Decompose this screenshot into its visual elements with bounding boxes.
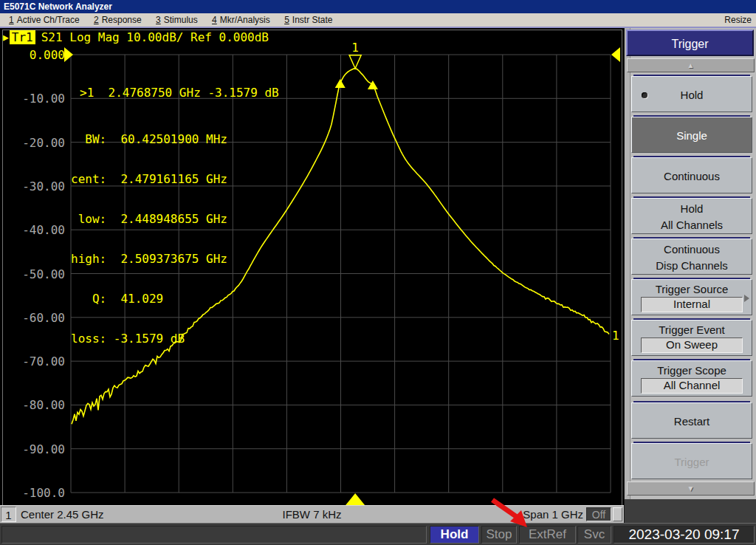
instrument-status-bar: Hold Stop ExtRef Svc 2023-03-20 09:17 <box>0 523 756 545</box>
marker-readout: >1 2.4768750 GHz -3.1579 dB BW: 60.42501… <box>71 60 279 372</box>
y-axis-label: -30.00 <box>0 179 65 193</box>
softkey-panel: Trigger ▲ Hold Single Continuous Hold Al… <box>625 28 756 499</box>
message-area <box>1 526 427 544</box>
softkey-sidebar: Trigger ▲ Hold Single Continuous Hold Al… <box>624 28 756 523</box>
menu-item-active-ch-trace[interactable]: 1Active Ch/Trace <box>6 13 83 27</box>
menu-item-response[interactable]: 2Response <box>91 13 145 27</box>
center-frequency-readout: Center 2.45 GHz <box>21 506 104 523</box>
off-indicator: Off <box>586 507 611 521</box>
active-trace-pointer-icon: ▶ <box>3 32 9 43</box>
continuous-disp-channels-button[interactable]: Continuous Disp Channels <box>631 239 752 275</box>
scroll-up-button[interactable]: ▲ <box>627 58 755 72</box>
title-bar: E5071C Network Analyzer <box>0 0 756 13</box>
sweep-state-indicator: Hold <box>430 526 479 544</box>
span-readout: Span 1 GHz <box>520 506 583 523</box>
y-axis-label: -60.00 <box>0 311 65 324</box>
bw-row: low: 2.448948655 GHz <box>71 213 279 226</box>
bw-row: loss: -3.1579 dB <box>71 332 279 346</box>
blank-button <box>613 507 622 521</box>
submenu-arrow-icon <box>744 295 749 302</box>
stop-indicator: Stop <box>481 526 517 544</box>
trigger-source-button[interactable]: Trigger Source Internal <box>631 279 752 315</box>
window-title: E5071C Network Analyzer <box>4 1 112 12</box>
menu-bar: 1Active Ch/Trace 2Response 3Stimulus 4Mk… <box>0 13 756 28</box>
trigger-event-value: On Sweep <box>641 337 743 353</box>
y-axis-label: 0.000 <box>0 48 65 61</box>
y-axis-label: -90.00 <box>0 442 65 456</box>
restart-button[interactable]: Restart <box>631 402 752 439</box>
trigger-source-value: Internal <box>641 297 743 312</box>
menu-item-mkr-analysis[interactable]: 4Mkr/Analysis <box>209 13 273 27</box>
bw-row: Q: 41.029 <box>71 292 279 306</box>
softkey-menu-title: Trigger <box>626 30 754 56</box>
selected-radio-icon <box>642 92 647 98</box>
svc-indicator: Svc <box>577 526 611 544</box>
bw-row: cent: 2.479161165 GHz <box>71 173 279 186</box>
marker1-readout: >1 2.4768750 GHz -3.1579 dB <box>80 86 279 100</box>
trigger-scope-value: All Channel <box>641 378 743 394</box>
trigger-button-disabled: Trigger <box>631 443 752 479</box>
y-axis-label: -80.00 <box>0 398 65 411</box>
hold-button[interactable]: Hold <box>631 76 752 112</box>
scroll-down-button[interactable]: ▼ <box>627 481 755 496</box>
trigger-scope-button[interactable]: Trigger Scope All Channel <box>631 360 752 397</box>
trace-header: ▶ Tr1 S21 Log Mag 10.00dB/ Ref 0.000dB <box>3 30 269 44</box>
bw-row: high: 2.509373675 GHz <box>71 253 279 266</box>
trigger-event-button[interactable]: Trigger Event On Sweep <box>631 320 752 356</box>
triangle-down-icon: ▼ <box>687 484 695 493</box>
y-axis-label: -70.00 <box>0 354 65 368</box>
channel-number-badge: 1 <box>1 507 16 522</box>
y-axis-label: -20.00 <box>0 136 65 149</box>
y-axis-label: -40.00 <box>0 223 65 236</box>
menu-item-stimulus[interactable]: 3Stimulus <box>153 13 201 27</box>
hold-all-channels-button[interactable]: Hold All Channels <box>631 198 752 234</box>
y-axis-label: -100.0 <box>0 486 65 499</box>
instrument-screen: E5071C Network Analyzer 1Active Ch/Trace… <box>0 0 756 545</box>
trace-name-badge[interactable]: Tr1 <box>10 30 35 44</box>
y-axis-label: -50.00 <box>0 267 65 281</box>
clock-display: 2023-03-20 09:17 <box>614 526 755 544</box>
triangle-up-icon: ▲ <box>687 61 695 69</box>
trace-format-text: S21 Log Mag 10.00dB/ Ref 0.000dB <box>41 30 269 44</box>
menu-item-instr-state[interactable]: 5Instr State <box>281 13 335 27</box>
resize-button[interactable]: Resize <box>724 15 752 25</box>
single-button[interactable]: Single <box>631 117 752 153</box>
extref-indicator: ExtRef <box>519 526 576 544</box>
bw-row: BW: 60.42501900 MHz <box>71 133 279 146</box>
y-axis-label: -10.00 <box>0 92 65 105</box>
continuous-button[interactable]: Continuous <box>631 157 752 193</box>
softkey-gutter <box>625 28 630 499</box>
channel-status-bar: 1 IFBW 7 kHz Center 2.45 GHz Span 1 GHz … <box>0 505 624 523</box>
